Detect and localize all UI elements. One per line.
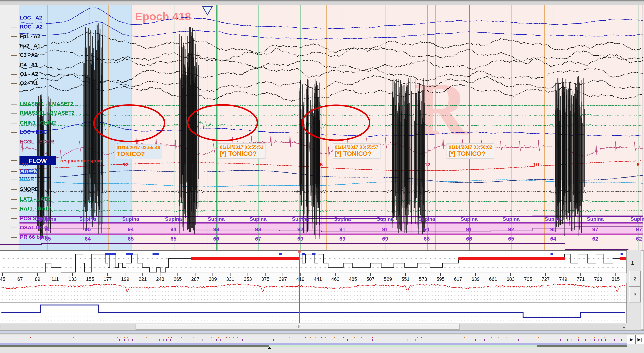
overview-range-band [269,345,536,347]
event-mark [325,337,326,338]
vertical-scrollbar[interactable] [641,250,644,330]
axis-tick-label: 309 [209,276,217,282]
overview-range-band [536,345,627,347]
axis-tick-label: 485 [349,276,357,282]
axis-tick-label: 243 [156,276,164,282]
wake-tick [302,254,306,255]
event-mark [128,339,129,341]
event-mark [484,339,485,341]
event-mark [119,339,120,341]
event-mark [229,337,230,338]
event-mark [202,339,203,341]
event-mark [347,339,348,341]
event-mark [124,337,125,338]
axis-tick-label: 727 [542,276,550,282]
wake-tick [126,254,133,255]
event-mark [171,337,172,338]
event-mark [321,337,322,338]
axis-tick-label: 89 [35,276,40,282]
event-mark [614,339,615,341]
axis-tick-label: 353 [244,276,252,282]
event-mark [421,337,422,338]
axis-tick-label: 155 [86,276,94,282]
event-mark [618,337,618,338]
axis-tick-label: 749 [559,276,567,282]
axis-tick-label: 793 [594,276,602,282]
axis-tick-label: 199 [121,276,129,282]
event-mark [491,337,492,338]
event-mark [73,337,74,338]
event-mark [170,339,171,341]
event-mark [354,337,355,338]
event-mark [316,337,316,338]
event-mark [538,337,539,338]
event-mark [343,337,344,338]
axis-tick-label: 683 [506,276,514,282]
event-mark [372,339,373,341]
event-mark [124,339,125,341]
wake-tick [312,254,316,255]
scrollbar-right-arrow-icon: ▸ [623,325,625,329]
event-mark [226,337,227,338]
axis-tick-label: 639 [472,276,480,282]
axis-tick-label: 67 [17,276,23,282]
event-mark [408,339,408,341]
event-mark [590,339,591,341]
axis-tick-label: 287 [191,276,199,282]
axis-tick-label: 705 [524,276,532,282]
event-mark [571,339,572,341]
event-mark [233,337,234,338]
event-mark [553,337,554,338]
event-mark [300,337,300,338]
event-mark [273,339,274,341]
rem-bar [458,257,564,260]
axis-tick-label: 617 [454,276,462,282]
event-mark [475,339,476,341]
event-mark [594,337,595,338]
axis-tick-label: 463 [332,276,340,282]
event-mark [30,337,31,338]
axis-tick-label: 177 [104,276,112,282]
axis-tick-label: 815 [612,276,620,282]
event-mark [242,339,243,341]
event-mark [117,337,118,338]
axis-tick-label: 441 [314,276,322,282]
event-mark [211,337,212,338]
event-mark [204,337,204,338]
event-mark [506,337,506,338]
event-mark [578,337,579,338]
wake-tick [620,254,623,255]
axis-tick-label: 221 [138,276,147,282]
event-mark [128,337,128,338]
event-mark [621,339,622,341]
axis-tick-label: 331 [226,276,234,282]
axis-tick-label: 375 [261,276,269,282]
axis-tick-label: 529 [384,276,392,282]
event-mark [168,337,168,338]
event-mark [417,337,418,338]
overview-range-band [0,345,269,347]
overview-scrollbar-thumb[interactable] [136,324,459,330]
event-mark [216,339,217,341]
event-mark [220,339,220,341]
event-mark [304,339,304,341]
event-mark [120,337,121,338]
wake-tick [280,254,282,255]
event-mark [159,339,160,341]
axis-tick-label: 661 [489,276,497,282]
event-mark [602,339,602,341]
axis-tick-label: 595 [436,276,444,282]
event-mark [182,337,182,338]
event-mark [142,337,143,338]
event-mark [146,337,146,338]
event-mark [310,337,311,338]
event-mark [560,339,560,341]
event-mark [567,339,568,341]
axis-tick-label: 265 [174,276,182,282]
rem-bar [620,257,626,260]
event-mark [306,337,306,338]
event-mark [585,339,586,341]
event-mark [218,337,219,338]
axis-tick-label: 133 [68,276,77,282]
event-mark [604,337,604,338]
